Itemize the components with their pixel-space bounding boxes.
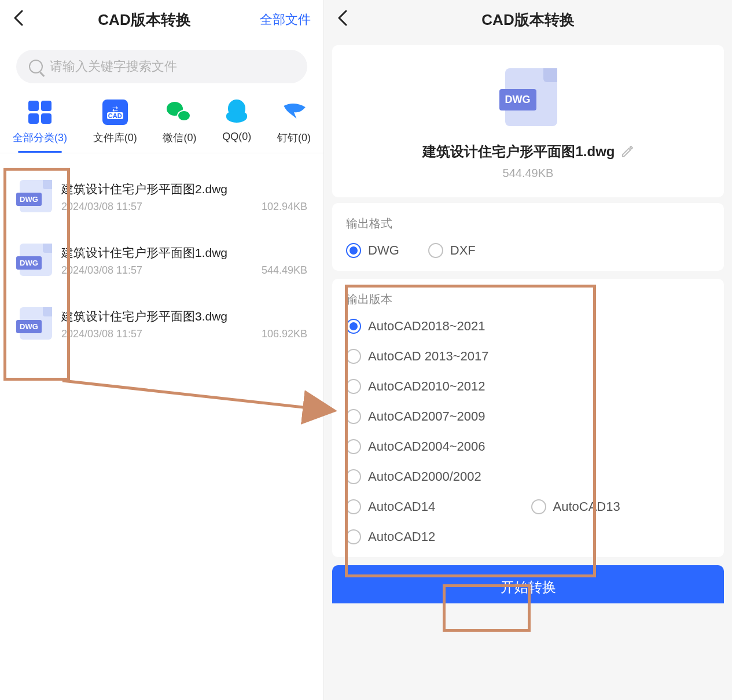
radio-icon — [346, 319, 361, 334]
selected-file-size: 544.49KB — [332, 167, 724, 180]
version-option[interactable]: AutoCAD2000/2002 — [346, 469, 710, 484]
option-label: AutoCAD13 — [553, 499, 620, 514]
cad-icon: ⇄CAD — [102, 100, 128, 125]
file-date: 2024/03/08 11:57 — [61, 328, 142, 340]
radio-icon — [346, 529, 361, 544]
tab-wechat[interactable]: 微信(0) — [163, 100, 196, 153]
wechat-icon — [167, 100, 192, 125]
selected-file-name: 建筑设计住宅户形平面图1.dwg — [422, 142, 615, 161]
version-option[interactable]: AutoCAD2010~2012 — [346, 379, 710, 394]
tab-label: 全部分类(3) — [13, 131, 67, 145]
option-label: DWG — [368, 243, 399, 258]
option-label: AutoCAD2010~2012 — [368, 379, 485, 394]
file-size: 544.49KB — [262, 264, 307, 277]
version-option[interactable]: AutoCAD13 — [531, 499, 711, 514]
search-placeholder: 请输入关键字搜索文件 — [50, 58, 177, 75]
option-label: AutoCAD2004~2006 — [368, 439, 485, 454]
format-label: 输出格式 — [346, 216, 710, 231]
dwg-file-icon-large: DWG — [499, 68, 557, 131]
option-label: AutoCAD2018~2021 — [368, 319, 485, 334]
conversion-panel: CAD版本转换 DWG 建筑设计住宅户形平面图1.dwg 544.49KB 输出… — [324, 0, 732, 700]
file-item[interactable]: DWG 建筑设计住宅户形平面图1.dwg 2024/03/08 11:57 54… — [0, 229, 323, 292]
format-option-dwg[interactable]: DWG — [346, 243, 399, 258]
tab-label: 钉钉(0) — [277, 131, 311, 145]
file-item[interactable]: DWG 建筑设计住宅户形平面图2.dwg 2024/03/08 11:57 10… — [0, 165, 323, 229]
option-label: AutoCAD2000/2002 — [368, 469, 481, 484]
back-icon[interactable] — [337, 9, 353, 31]
dwg-file-icon: DWG — [16, 244, 52, 277]
file-list: DWG 建筑设计住宅户形平面图2.dwg 2024/03/08 11:57 10… — [0, 153, 323, 367]
start-convert-button[interactable]: 开始转换 — [332, 565, 724, 603]
radio-icon — [531, 499, 546, 514]
option-label: AutoCAD 2013~2017 — [368, 349, 489, 364]
version-option[interactable]: AutoCAD 2013~2017 — [346, 349, 710, 364]
radio-icon — [346, 349, 361, 364]
version-option[interactable]: AutoCAD2018~2021 — [346, 319, 710, 334]
tab-label: QQ(0) — [222, 131, 251, 143]
version-option[interactable]: AutoCAD2004~2006 — [346, 439, 710, 454]
page-title-right: CAD版本转换 — [353, 10, 703, 30]
file-date: 2024/03/08 11:57 — [61, 201, 142, 213]
format-option-dxf[interactable]: DXF — [428, 243, 476, 258]
file-name: 建筑设计住宅户形平面图3.dwg — [61, 308, 307, 325]
file-name: 建筑设计住宅户形平面图2.dwg — [61, 181, 307, 197]
version-option[interactable]: AutoCAD12 — [346, 529, 710, 544]
radio-icon — [428, 243, 443, 258]
grid-icon — [27, 100, 53, 125]
tab-all-categories[interactable]: 全部分类(3) — [13, 100, 67, 153]
option-label: AutoCAD12 — [368, 529, 435, 544]
file-size: 106.92KB — [262, 328, 307, 340]
radio-icon — [346, 379, 361, 394]
radio-icon — [346, 243, 361, 258]
tab-qq[interactable]: QQ(0) — [222, 100, 251, 153]
file-item[interactable]: DWG 建筑设计住宅户形平面图3.dwg 2024/03/08 11:57 10… — [0, 292, 323, 356]
search-icon — [29, 60, 43, 73]
file-size: 102.94KB — [262, 201, 307, 213]
tab-label: 微信(0) — [163, 131, 196, 145]
dwg-file-icon: DWG — [16, 307, 52, 341]
option-label: AutoCAD14 — [368, 499, 435, 514]
dwg-file-icon: DWG — [16, 180, 52, 213]
file-browser-panel: CAD版本转换 全部文件 请输入关键字搜索文件 全部分类(3) ⇄CAD 文件库… — [0, 0, 324, 700]
file-name: 建筑设计住宅户形平面图1.dwg — [61, 245, 307, 261]
edit-icon[interactable] — [621, 145, 634, 158]
dingding-icon — [281, 100, 307, 125]
source-tabs: 全部分类(3) ⇄CAD 文件库(0) 微信(0) QQ(0) 钉钉(0) — [0, 83, 323, 153]
radio-icon — [346, 439, 361, 454]
search-input[interactable]: 请输入关键字搜索文件 — [16, 50, 307, 83]
tab-dingding[interactable]: 钉钉(0) — [277, 100, 311, 153]
radio-icon — [346, 499, 361, 514]
option-label: AutoCAD2007~2009 — [368, 409, 485, 424]
all-files-link[interactable]: 全部文件 — [260, 11, 311, 28]
output-version-section: 输出版本 AutoCAD2018~2021AutoCAD 2013~2017Au… — [332, 279, 724, 557]
tab-file-library[interactable]: ⇄CAD 文件库(0) — [93, 100, 137, 153]
back-icon[interactable] — [13, 9, 29, 31]
qq-icon — [224, 100, 249, 125]
file-date: 2024/03/08 11:57 — [61, 264, 142, 277]
header-right: CAD版本转换 — [324, 0, 732, 39]
radio-icon — [346, 469, 361, 484]
output-format-section: 输出格式 DWGDXF — [332, 203, 724, 271]
tab-label: 文件库(0) — [93, 131, 137, 145]
radio-icon — [346, 409, 361, 424]
page-title-left: CAD版本转换 — [29, 10, 260, 30]
header-left: CAD版本转换 全部文件 — [0, 0, 323, 39]
version-option[interactable]: AutoCAD14 — [346, 499, 525, 514]
version-label: 输出版本 — [346, 292, 710, 307]
version-option[interactable]: AutoCAD2007~2009 — [346, 409, 710, 424]
selected-file-card: DWG 建筑设计住宅户形平面图1.dwg 544.49KB — [332, 45, 724, 197]
option-label: DXF — [450, 243, 476, 258]
